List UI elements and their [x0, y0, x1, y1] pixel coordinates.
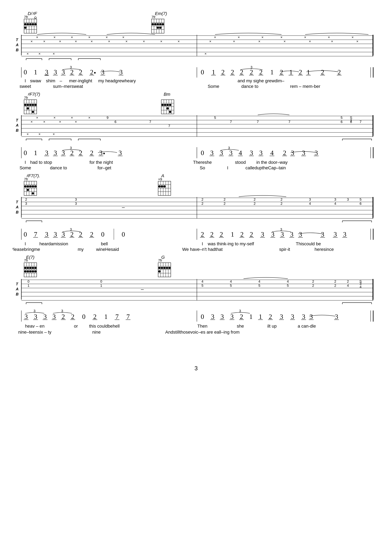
svg-point-295	[34, 185, 36, 188]
svg-text:7: 7	[149, 120, 151, 124]
svg-text:×: ×	[122, 35, 124, 39]
svg-text:1: 1	[231, 231, 234, 238]
svg-point-167	[166, 104, 169, 106]
svg-text:2: 2	[224, 202, 226, 205]
svg-text:×: ×	[39, 52, 41, 56]
svg-text:7fr: 7fr	[24, 15, 28, 19]
chord-name-df: D/♯F	[28, 11, 37, 16]
note-3-2: 3	[54, 68, 57, 76]
svg-text:3: 3	[230, 313, 234, 320]
svg-text:2: 2	[334, 284, 336, 288]
svg-text:3: 3	[315, 149, 318, 156]
note-3-1: 3	[45, 68, 48, 76]
svg-text:3: 3	[291, 149, 294, 156]
svg-text:5: 5	[214, 116, 216, 120]
svg-point-28	[159, 23, 161, 25]
svg-text:4: 4	[239, 149, 242, 156]
svg-text:2: 2	[90, 149, 93, 156]
svg-text:7: 7	[288, 120, 290, 124]
svg-text:0: 0	[201, 149, 204, 156]
svg-text:×: ×	[280, 35, 283, 39]
svg-text:spir-it: spir-it	[279, 247, 290, 252]
svg-text:5: 5	[287, 284, 289, 288]
svg-text:7: 7	[360, 120, 362, 124]
svg-text:3: 3	[61, 309, 63, 313]
svg-text:7: 7	[115, 313, 119, 320]
svg-text:×: ×	[106, 35, 108, 39]
svg-text:2: 2	[269, 313, 272, 320]
svg-text:×: ×	[214, 35, 216, 39]
svg-text:2: 2	[240, 231, 244, 238]
svg-text:×: ×	[160, 39, 162, 43]
note-3-5: 3	[119, 68, 123, 76]
svg-text:sum–mersweat: sum–mersweat	[53, 84, 83, 89]
svg-text:3: 3	[290, 231, 293, 238]
svg-text:2: 2	[71, 313, 74, 320]
svg-text:2: 2	[224, 197, 226, 201]
svg-text:Then: Then	[197, 324, 207, 329]
svg-point-166	[164, 104, 166, 106]
svg-text:2: 2	[254, 202, 256, 205]
svg-text:×: ×	[352, 35, 354, 39]
svg-text:×: ×	[43, 39, 45, 43]
svg-text:×: ×	[75, 120, 77, 124]
svg-point-431	[32, 270, 34, 272]
svg-text:0: 0	[100, 279, 102, 284]
svg-text:0: 0	[101, 231, 105, 238]
svg-text:7: 7	[257, 120, 259, 124]
note-2-dot: 2	[90, 68, 93, 76]
svg-text:2: 2	[201, 197, 203, 201]
svg-point-426	[32, 267, 34, 269]
svg-text:nine: nine	[92, 330, 101, 335]
svg-text:2: 2	[280, 202, 282, 205]
svg-point-294	[32, 185, 34, 188]
svg-text:4: 4	[334, 202, 336, 205]
svg-text:heresince: heresince	[314, 247, 334, 252]
svg-text:dance to: dance to	[50, 165, 67, 170]
music-score: D/♯F 7fr Em(7) 7fr	[13, 9, 379, 545]
svg-text:–: –	[122, 204, 125, 210]
svg-point-170	[169, 111, 171, 113]
svg-text:7fr: 7fr	[24, 96, 28, 100]
svg-point-150	[24, 104, 26, 106]
svg-text:was think-ing to my-self: was think-ing to my-self	[208, 241, 254, 246]
svg-text:×: ×	[88, 116, 90, 120]
svg-text:×: ×	[209, 39, 211, 43]
svg-point-429	[27, 270, 29, 272]
svg-text:nine–teensix – ty: nine–teensix – ty	[18, 330, 51, 335]
svg-text:7fr: 7fr	[24, 177, 28, 181]
note-1-1: 1	[34, 68, 37, 76]
svg-rect-415	[24, 263, 37, 277]
svg-text:for the night: for the night	[90, 160, 113, 165]
svg-text:I: I	[25, 160, 26, 165]
svg-text:bell: bell	[101, 241, 108, 246]
svg-text:×: ×	[36, 35, 38, 39]
svg-text:5: 5	[341, 116, 342, 120]
svg-text:2: 2	[25, 197, 27, 201]
svg-text:A: A	[16, 43, 19, 47]
svg-point-152	[29, 104, 31, 106]
svg-text:T: T	[16, 200, 19, 204]
svg-text:2: 2	[250, 68, 253, 76]
svg-text:2: 2	[62, 313, 65, 320]
svg-text:3: 3	[221, 313, 224, 320]
svg-text:×: ×	[36, 116, 38, 120]
svg-text:3: 3	[321, 231, 324, 238]
svg-point-296	[27, 189, 29, 191]
svg-point-151	[27, 104, 29, 106]
svg-point-291	[24, 185, 26, 188]
svg-text:×9: ×9	[158, 177, 162, 181]
svg-text:3: 3	[299, 231, 302, 238]
svg-text:T: T	[16, 118, 19, 122]
svg-text:5: 5	[258, 284, 260, 288]
svg-text:1: 1	[307, 68, 310, 76]
svg-text:5: 5	[360, 197, 362, 201]
svg-text:3: 3	[24, 313, 28, 320]
svg-text:4: 4	[271, 149, 274, 156]
svg-point-446	[166, 267, 168, 269]
svg-text:4: 4	[230, 279, 232, 284]
page: D/♯F 7fr Em(7) 7fr	[0, 0, 392, 555]
svg-point-423	[24, 267, 26, 269]
svg-text:sweet: sweet	[20, 84, 31, 89]
svg-text:1: 1	[28, 284, 29, 288]
